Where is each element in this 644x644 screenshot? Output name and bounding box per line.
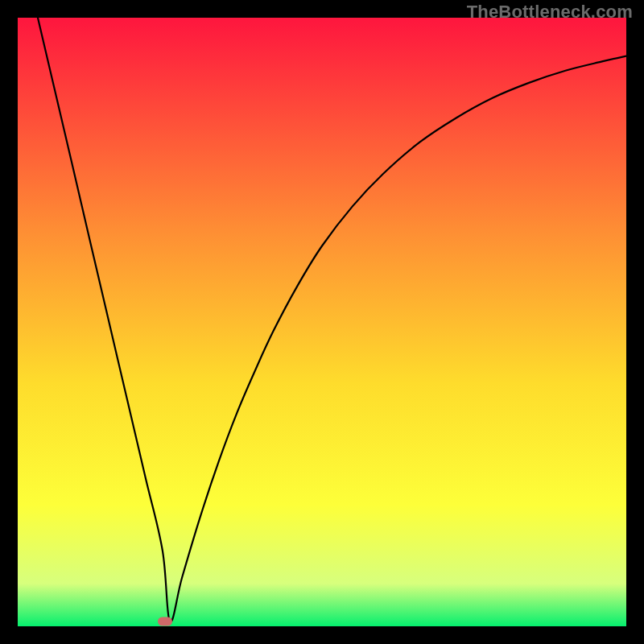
plot-area <box>18 18 626 626</box>
plot-svg <box>18 18 626 626</box>
chart-frame: TheBottleneck.com <box>0 0 644 644</box>
optimum-marker <box>158 617 172 625</box>
attribution-text: TheBottleneck.com <box>467 2 633 23</box>
